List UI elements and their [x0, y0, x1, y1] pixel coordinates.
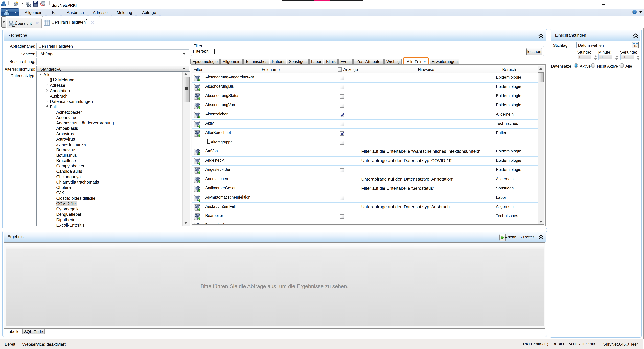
svg-text:?: ? — [634, 10, 636, 14]
svg-text:Σ: Σ — [12, 23, 15, 27]
svg-text:15: 15 — [634, 44, 637, 48]
